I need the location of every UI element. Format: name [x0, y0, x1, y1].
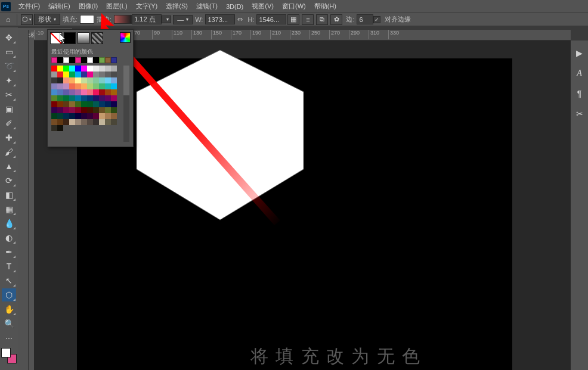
color-swatch[interactable]	[87, 113, 93, 119]
color-swatch[interactable]	[105, 95, 111, 101]
color-swatch[interactable]	[75, 66, 81, 71]
color-swatch[interactable]	[81, 119, 87, 125]
color-swatch[interactable]	[69, 83, 75, 89]
color-swatch[interactable]	[99, 71, 105, 77]
panel-sliders-icon[interactable]: ✂	[573, 107, 586, 120]
home-button[interactable]: ⌂	[2, 14, 14, 26]
color-swatch[interactable]	[87, 83, 93, 89]
recent-swatch[interactable]	[57, 57, 63, 63]
tool-hand[interactable]: ✋	[2, 303, 16, 316]
color-swatch[interactable]	[51, 66, 57, 71]
color-swatch[interactable]	[87, 66, 93, 71]
stroke-dash-select[interactable]: —▾	[173, 15, 193, 24]
color-swatch[interactable]	[87, 119, 93, 125]
color-swatch[interactable]	[81, 77, 87, 83]
color-swatch[interactable]	[99, 77, 105, 83]
recent-swatch[interactable]	[87, 57, 93, 63]
tool-dodge[interactable]: ◐	[2, 231, 16, 244]
tool-path[interactable]: ↖	[2, 274, 16, 287]
height-input[interactable]	[256, 14, 286, 24]
color-swatch[interactable]	[105, 83, 111, 89]
color-swatch[interactable]	[69, 77, 75, 83]
color-swatch[interactable]	[75, 89, 81, 95]
align-button[interactable]: ≡	[302, 14, 314, 25]
fill-solid-button[interactable]	[64, 32, 76, 44]
color-swatch[interactable]	[69, 119, 75, 125]
tool-shape[interactable]: ⬡	[2, 288, 16, 301]
tool-move[interactable]: ✥	[2, 31, 16, 44]
color-swatch[interactable]	[57, 71, 63, 77]
recent-swatch[interactable]	[81, 57, 87, 63]
color-swatch[interactable]	[87, 95, 93, 101]
width-input[interactable]	[205, 14, 235, 24]
menu-3d[interactable]: 3D(D)	[222, 2, 247, 11]
color-swatch[interactable]	[51, 119, 57, 125]
tool-type[interactable]: T	[2, 260, 16, 273]
color-swatch[interactable]	[99, 101, 105, 107]
color-picker-button[interactable]	[120, 32, 131, 43]
tool-zoom[interactable]: 🔍	[2, 317, 16, 330]
color-swatch[interactable]	[99, 83, 105, 89]
menu-type[interactable]: 文字(Y)	[132, 1, 162, 12]
color-swatch[interactable]	[75, 95, 81, 101]
color-swatch[interactable]	[51, 95, 57, 101]
color-swatch[interactable]	[87, 77, 93, 83]
stroke-width-input[interactable]	[132, 14, 162, 24]
scrollbar-thumb[interactable]	[123, 66, 129, 95]
tool-eyedropper[interactable]: ✐	[2, 117, 16, 130]
color-swatch[interactable]	[75, 101, 81, 107]
color-swatch[interactable]	[105, 71, 111, 77]
color-swatch[interactable]	[99, 107, 105, 113]
color-swatch[interactable]	[111, 77, 117, 83]
color-swatch[interactable]	[57, 101, 63, 107]
color-swatch[interactable]	[75, 71, 81, 77]
menu-window[interactable]: 窗口(W)	[278, 1, 310, 12]
color-swatch[interactable]	[81, 95, 87, 101]
tool-lasso[interactable]: ➰	[2, 60, 16, 73]
menu-edit[interactable]: 编辑(E)	[44, 1, 75, 12]
color-swatch[interactable]	[81, 101, 87, 107]
color-swatch[interactable]	[63, 71, 69, 77]
stroke-type-select[interactable]: ▾	[162, 15, 171, 23]
color-swatch[interactable]	[105, 107, 111, 113]
color-swatch[interactable]	[111, 95, 117, 101]
color-swatch[interactable]	[105, 119, 111, 125]
stroke-swatch[interactable]	[114, 15, 132, 24]
recent-swatch[interactable]	[69, 57, 75, 63]
link-wh-icon[interactable]: ⇔	[237, 15, 243, 23]
panel-play-icon[interactable]: ▶	[573, 46, 586, 60]
menu-filter[interactable]: 滤镜(T)	[192, 1, 222, 12]
tool-frame[interactable]: ▣	[2, 102, 16, 116]
color-swatch[interactable]	[57, 95, 63, 101]
color-swatch[interactable]	[51, 113, 57, 119]
color-swatch[interactable]	[75, 119, 81, 125]
color-swatch[interactable]	[63, 66, 69, 71]
tool-preset-button[interactable]: ⬡▾	[21, 14, 33, 25]
panel-paragraph-icon[interactable]: ¶	[573, 87, 586, 100]
color-swatch[interactable]	[93, 83, 99, 89]
menu-view[interactable]: 视图(V)	[247, 1, 278, 12]
color-swatch[interactable]	[51, 125, 57, 131]
color-swatch[interactable]	[111, 66, 117, 71]
color-swatch[interactable]	[69, 66, 75, 71]
color-swatch[interactable]	[51, 77, 57, 83]
color-swatch[interactable]	[93, 77, 99, 83]
color-swatch[interactable]	[57, 125, 63, 131]
color-swatch[interactable]	[93, 101, 99, 107]
color-swatch[interactable]	[57, 113, 63, 119]
recent-swatch[interactable]	[111, 57, 117, 63]
color-swatch[interactable]	[99, 95, 105, 101]
menu-help[interactable]: 帮助(H)	[310, 1, 341, 12]
color-swatch[interactable]	[93, 71, 99, 77]
tool-history[interactable]: ⟳	[2, 174, 16, 187]
color-swatch[interactable]	[93, 107, 99, 113]
color-swatch[interactable]	[63, 83, 69, 89]
color-swatch[interactable]	[63, 113, 69, 119]
swatch-scrollbar[interactable]	[123, 66, 129, 142]
color-swatch[interactable]	[69, 95, 75, 101]
color-swatch[interactable]	[69, 107, 75, 113]
color-swatch[interactable]	[111, 101, 117, 107]
shape-mode-select[interactable]: 形状▾	[34, 14, 60, 25]
fg-color-swatch[interactable]	[1, 348, 11, 357]
color-swatch[interactable]	[105, 113, 111, 119]
